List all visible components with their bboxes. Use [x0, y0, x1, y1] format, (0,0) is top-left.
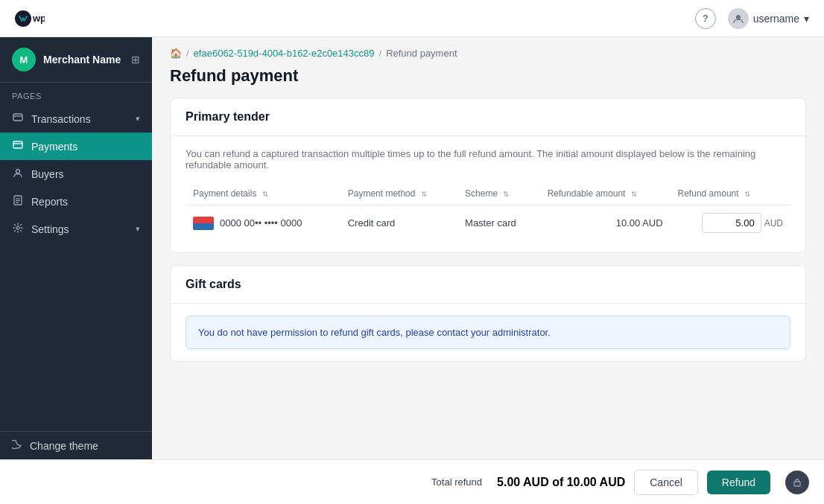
sort-icon-scheme[interactable]: ⇅ — [503, 190, 509, 198]
lock-svg — [792, 477, 802, 488]
breadcrumb-sep-2: / — [379, 48, 382, 59]
primary-tender-card: Primary tender You can refund a captured… — [170, 98, 806, 253]
page-title: Refund payment — [152, 63, 824, 98]
change-theme-label: Change theme — [30, 440, 98, 452]
help-button[interactable]: ? — [695, 8, 716, 29]
settings-label: Settings — [31, 223, 69, 235]
transactions-chevron-icon: ▾ — [136, 114, 140, 124]
refund-amount-input[interactable] — [702, 213, 761, 233]
total-refund-label: Total refund — [431, 476, 482, 488]
col-payment-details: Payment details ⇅ — [186, 182, 340, 205]
currency-label: AUD — [764, 218, 783, 229]
home-icon[interactable]: 🏠 — [170, 48, 182, 59]
transactions-icon — [12, 112, 24, 125]
cell-refundable-amount: 10.00 AUD — [540, 205, 671, 241]
settings-icon — [12, 223, 24, 235]
table-row: 0000 00•• •••• 0000 Credit card Master c… — [186, 205, 790, 241]
username-label: username — [753, 13, 799, 25]
sidebar-item-buyers[interactable]: Buyers — [0, 160, 152, 188]
svg-point-7 — [16, 170, 20, 173]
sidebar-item-transactions[interactable]: Transactions ▾ — [0, 105, 152, 133]
breadcrumb-transaction-link[interactable]: efae6062-519d-4004-b162-e2c0e143cc89 — [194, 48, 375, 59]
buyers-label: Buyers — [31, 168, 64, 180]
sidebar-merchant: M Merchant Name ⊞ — [0, 37, 152, 83]
breadcrumb-sep-1: / — [186, 48, 189, 59]
payments-icon — [12, 140, 24, 153]
sidebar-item-reports[interactable]: Reports — [0, 188, 152, 215]
pages-section-label: PAGES — [0, 83, 152, 105]
svg-rect-3 — [13, 114, 22, 121]
col-scheme: Scheme ⇅ — [457, 182, 540, 205]
total-refund-amount: 5.00 AUD of 10.00 AUD — [497, 476, 625, 489]
sort-icon-refund-amount[interactable]: ⇅ — [744, 190, 750, 198]
refund-button[interactable]: Refund — [707, 470, 770, 494]
change-theme-button[interactable]: Change theme — [0, 431, 152, 459]
logo-area: wpay — [15, 10, 45, 27]
main-content: 🏠 / efae6062-519d-4004-b162-e2c0e143cc89… — [152, 37, 824, 459]
topnav-right: ? username ▾ — [695, 8, 809, 29]
payment-table: Payment details ⇅ Payment method ⇅ Schem… — [186, 182, 790, 240]
user-menu[interactable]: username ▾ — [728, 8, 809, 29]
sidebar: M Merchant Name ⊞ PAGES Transactions ▾ P… — [0, 37, 152, 459]
svg-rect-5 — [13, 141, 22, 148]
cell-scheme: Master card — [457, 205, 540, 241]
buyers-icon — [12, 168, 24, 180]
top-navigation: wpay ? username ▾ — [0, 0, 824, 37]
breadcrumb-current: Refund payment — [386, 48, 457, 59]
user-avatar — [728, 8, 749, 29]
wpay-logo-svg: wpay — [15, 10, 45, 27]
primary-tender-info: You can refund a captured transaction mu… — [186, 148, 790, 170]
settings-chevron-icon: ▾ — [136, 224, 140, 234]
sort-icon-refundable-amount[interactable]: ⇅ — [631, 190, 637, 198]
svg-point-12 — [16, 226, 19, 229]
reports-icon — [12, 195, 24, 208]
lock-icon — [785, 470, 809, 494]
footer-bar: Total refund 5.00 AUD of 10.00 AUD Cance… — [0, 459, 824, 504]
cancel-button[interactable]: Cancel — [634, 470, 698, 495]
payments-label: Payments — [31, 141, 77, 153]
gift-card-notice: You do not have permission to refund gif… — [186, 316, 790, 349]
cell-refund-amount: AUD — [671, 205, 790, 241]
gift-cards-body: You do not have permission to refund gif… — [171, 304, 805, 361]
svg-rect-13 — [794, 482, 800, 486]
gift-cards-card: Gift cards You do not have permission to… — [170, 265, 806, 362]
primary-tender-body: You can refund a captured transaction mu… — [171, 136, 805, 252]
merchant-avatar: M — [12, 48, 36, 71]
sidebar-expand-icon[interactable]: ⊞ — [131, 54, 140, 66]
cell-payment-details: 0000 00•• •••• 0000 — [186, 205, 340, 241]
merchant-name-label: Merchant Name — [43, 54, 121, 66]
sort-icon-payment-method[interactable]: ⇅ — [421, 190, 427, 198]
col-payment-method: Payment method ⇅ — [340, 182, 457, 205]
wpay-logo: wpay — [15, 10, 45, 27]
merchant-info: M Merchant Name — [12, 48, 121, 71]
sort-icon-payment-details[interactable]: ⇅ — [262, 190, 268, 198]
gift-cards-heading: Gift cards — [171, 266, 805, 304]
card-flag-icon — [193, 217, 214, 230]
user-chevron-icon: ▾ — [804, 13, 809, 25]
user-icon — [732, 13, 744, 25]
primary-tender-heading: Primary tender — [171, 98, 805, 136]
content-area: Primary tender You can refund a captured… — [152, 98, 824, 459]
col-refund-amount: Refund amount ⇅ — [671, 182, 790, 205]
svg-text:wpay: wpay — [32, 13, 45, 24]
breadcrumb: 🏠 / efae6062-519d-4004-b162-e2c0e143cc89… — [152, 37, 824, 63]
col-refundable-amount: Refundable amount ⇅ — [540, 182, 671, 205]
transactions-label: Transactions — [31, 113, 91, 125]
sidebar-item-payments[interactable]: Payments — [0, 133, 152, 160]
svg-point-2 — [736, 15, 741, 19]
card-mask: 0000 00•• •••• 0000 — [220, 217, 302, 229]
reports-label: Reports — [31, 196, 68, 208]
moon-icon — [12, 439, 22, 452]
cell-payment-method: Credit card — [340, 205, 457, 241]
sidebar-item-settings[interactable]: Settings ▾ — [0, 215, 152, 243]
